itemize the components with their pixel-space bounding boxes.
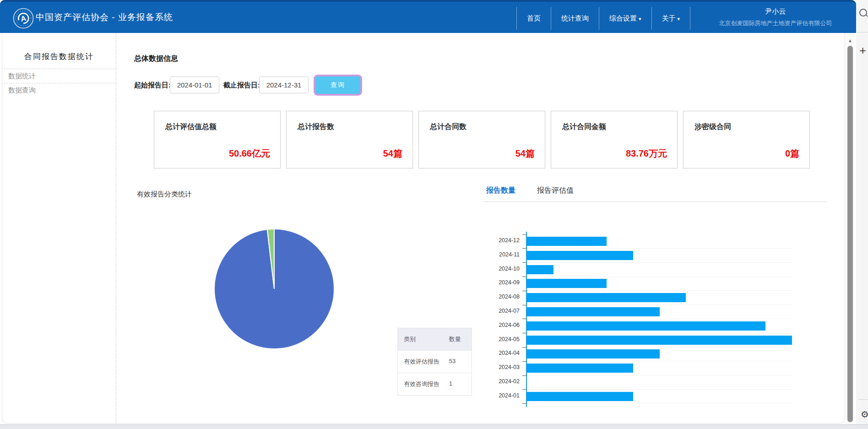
bar-category-label: 2024-06: [474, 322, 520, 328]
main-nav: 首页 统计查询 综合设置▾ 关于▾: [516, 5, 690, 32]
bar-category-label: 2024-07: [474, 308, 520, 314]
stat-card-label: 总计评估值总额: [165, 122, 217, 132]
nav-item-about-dropdown[interactable]: 关于▾: [652, 14, 690, 23]
chevron-down-icon: ▾: [639, 16, 641, 22]
stat-card-label: 总计合同数: [430, 122, 467, 132]
start-date-label: 起始报告日:: [134, 76, 171, 93]
stat-card-value: 54篇: [515, 147, 535, 160]
bar-row-2024-05: [527, 333, 792, 348]
axis-tick: [522, 389, 526, 390]
stat-card-total-contracts: 总计合同数 54篇: [418, 111, 545, 168]
pie-legend-table: 类别 数量 有效评估报告 53 有效咨询报告 1: [397, 328, 472, 396]
nav-item-statistics-query[interactable]: 统计查询: [551, 14, 599, 23]
stat-card-value: 50.66亿元: [229, 147, 270, 160]
axis-tick: [522, 319, 526, 319]
search-icon[interactable]: [859, 9, 867, 16]
end-date-label: 截止报告日:: [223, 76, 260, 93]
stat-card-label: 总计报告数: [298, 122, 334, 132]
axis-tick: [522, 361, 526, 362]
pie-chart: [213, 228, 336, 350]
plus-icon[interactable]: +: [859, 43, 866, 58]
stat-card-value: 83.76万元: [626, 147, 667, 160]
axis-tick: [522, 347, 526, 348]
axis-tick: [522, 333, 526, 333]
stat-card-label: 涉密级合同: [694, 122, 731, 132]
association-logo-icon: A: [13, 8, 34, 29]
cell-count: 53: [449, 351, 472, 373]
bar-row-2024-12: [527, 234, 792, 249]
tab-report-quantity[interactable]: 报告数量: [486, 186, 515, 195]
bar-category-label: 2024-12: [474, 237, 520, 244]
axis-tick: [522, 234, 526, 235]
stat-card-value: 54篇: [383, 147, 402, 160]
bar-row-2024-09: [527, 277, 792, 291]
bar-2024-07[interactable]: [527, 307, 660, 316]
query-button[interactable]: 查询: [315, 76, 360, 94]
stat-card-classified-contracts: 涉密级合同 0篇: [683, 111, 810, 168]
axis-tick: [522, 248, 526, 249]
monthly-report-bar-chart: 2024-122024-112024-102024-092024-082024-…: [474, 234, 794, 405]
cell-category: 有效评估报告: [398, 351, 449, 373]
user-name: 尹小云: [696, 7, 855, 16]
axis-tick: [522, 375, 526, 376]
bar-2024-11[interactable]: [527, 251, 633, 260]
bar-2024-08[interactable]: [527, 293, 686, 302]
user-info[interactable]: 尹小云 北京创麦国际房地产土地资产评估有限公司: [696, 5, 855, 33]
bar-2024-06[interactable]: [527, 321, 765, 331]
bar-category-label: 2024-08: [474, 293, 520, 300]
bar-category-label: 2024-04: [474, 350, 520, 356]
tab-report-appraised-value[interactable]: 报告评估值: [537, 186, 574, 195]
axis-tick: [522, 305, 526, 305]
bar-2024-03[interactable]: [527, 364, 633, 373]
axis-tick: [522, 403, 526, 404]
bar-2024-09[interactable]: [527, 279, 607, 288]
app-title: 中国资产评估协会 - 业务报备系统: [36, 2, 173, 33]
bar-2024-10[interactable]: [527, 265, 553, 274]
cell-count: 1: [449, 373, 472, 395]
column-header-category: 类别: [398, 328, 449, 350]
bar-2024-12[interactable]: [527, 237, 607, 246]
bar-2024-01[interactable]: [527, 392, 633, 401]
axis-tick: [522, 262, 526, 263]
browser-sidebar-strip: [856, 0, 868, 429]
nav-divider: [690, 7, 690, 30]
sidebar-item-data-query[interactable]: 数据查询: [2, 83, 116, 97]
bar-2024-05[interactable]: [527, 336, 792, 345]
column-header-count: 数量: [449, 328, 472, 350]
bar-row-2024-06: [527, 319, 792, 333]
app-screen: A 中国资产评估协会 - 业务报备系统 首页 统计查询 综合设置▾ 关于▾ 尹小…: [0, 0, 868, 429]
section-title-overview: 总体数据信息: [134, 54, 178, 64]
stat-card-value: 0篇: [785, 147, 799, 160]
bar-category-label: 2024-01: [474, 392, 520, 399]
bar-2024-04[interactable]: [527, 349, 660, 358]
bar-category-label: 2024-10: [474, 266, 520, 272]
sidebar-divider: [858, 32, 868, 33]
bar-category-label: 2024-05: [474, 336, 520, 342]
bar-category-label: 2024-11: [474, 251, 520, 258]
bar-row-2024-07: [527, 305, 792, 319]
stat-card-total-appraised-value: 总计评估值总额 50.66亿元: [154, 111, 281, 168]
gear-icon[interactable]: ⚙: [861, 409, 868, 420]
bar-row-2024-10: [527, 263, 792, 277]
sidebar-item-data-statistics[interactable]: 数据统计: [2, 69, 116, 83]
scrollbar-thumb[interactable]: [847, 46, 853, 422]
chevron-down-icon: ▾: [678, 16, 680, 22]
scrollbar-up-arrow-icon[interactable]: ▲: [848, 38, 852, 43]
bar-category-label: 2024-09: [474, 279, 520, 286]
start-date-input[interactable]: [170, 76, 219, 93]
table-row: 有效咨询报告 1: [398, 373, 472, 395]
bar-row-2024-11: [527, 249, 792, 263]
end-date-input[interactable]: [259, 76, 309, 93]
bar-row-2024-02: [527, 375, 792, 390]
sidebar-divider: [858, 399, 868, 400]
nav-item-settings-dropdown[interactable]: 综合设置▾: [599, 14, 651, 23]
stat-card-total-reports: 总计报告数 54篇: [286, 111, 413, 168]
nav-item-home[interactable]: 首页: [517, 14, 551, 23]
axis-tick: [522, 277, 526, 277]
cell-category: 有效咨询报告: [398, 373, 449, 395]
stat-card-total-contract-amount: 总计合同金额 83.76万元: [551, 111, 678, 168]
bar-row-2024-01: [527, 390, 792, 404]
app-header: A 中国资产评估协会 - 业务报备系统 首页 统计查询 综合设置▾ 关于▾ 尹小…: [0, 0, 856, 33]
bar-category-label: 2024-03: [474, 364, 520, 370]
stat-card-label: 总计合同金额: [562, 122, 606, 132]
